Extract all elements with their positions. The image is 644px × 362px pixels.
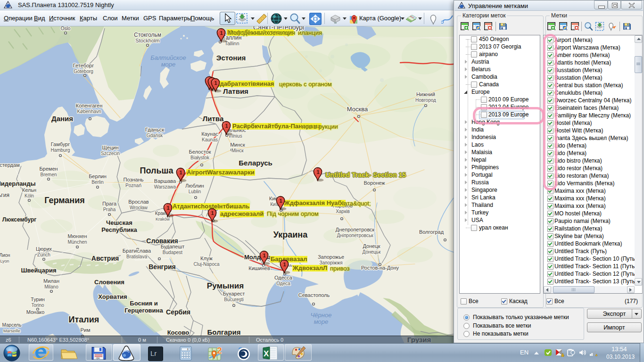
svg-text:8: 8 (187, 348, 189, 351)
svg-text:!: ! (562, 354, 563, 356)
svg-text:2: 2 (217, 346, 222, 355)
svg-text:X: X (264, 349, 269, 358)
svg-text:-64·: -64· (96, 357, 100, 360)
